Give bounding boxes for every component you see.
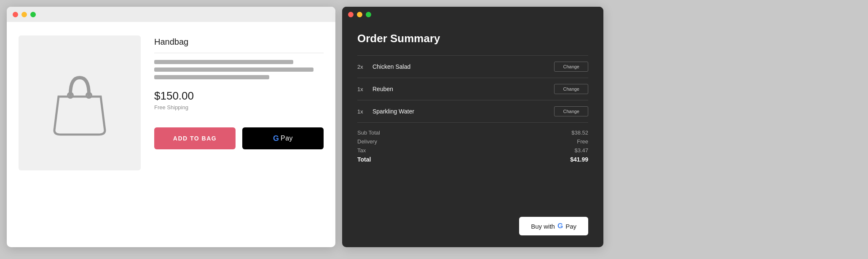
order-item-qty: 1x — [357, 108, 372, 115]
subtotal-row: Sub Total $38.52 — [357, 130, 588, 136]
gpay-g-icon: G — [273, 134, 279, 143]
delivery-label: Delivery — [357, 138, 377, 145]
order-item-qty: 1x — [357, 86, 372, 92]
change-button-0[interactable]: Change — [554, 62, 588, 72]
gpay-label: G Pay — [273, 134, 293, 143]
total-value: $41.99 — [570, 156, 588, 163]
tax-label: Tax — [357, 147, 366, 154]
titlebar-left — [7, 7, 335, 22]
desc-line-1 — [154, 60, 293, 64]
order-item-name: Reuben — [372, 86, 554, 92]
product-image-area — [19, 35, 141, 170]
total-row: Total $41.99 — [357, 156, 588, 163]
handbag-icon — [46, 65, 113, 141]
product-price: $150.00 — [154, 89, 324, 103]
delivery-row: Delivery Free — [357, 138, 588, 145]
fullscreen-dot[interactable] — [30, 12, 36, 17]
order-summary-title: Order Summary — [357, 32, 588, 45]
titlebar-right — [342, 7, 603, 22]
order-item-row: 1x Sparkling Water Change — [357, 100, 588, 123]
order-item-name: Chicken Salad — [372, 63, 554, 70]
order-item-name: Sparkling Water — [372, 108, 554, 115]
pay-text: Pay — [565, 223, 576, 230]
change-button-2[interactable]: Change — [554, 106, 588, 116]
product-shipping: Free Shipping — [154, 104, 324, 111]
subtotal-label: Sub Total — [357, 130, 380, 136]
buy-with-text: Buy with — [531, 223, 555, 230]
product-window: Handbag $150.00 Free Shipping ADD TO BAG… — [7, 7, 335, 247]
order-summary-section: Sub Total $38.52 Delivery Free Tax $3.47… — [357, 130, 588, 163]
order-item-row: 2x Chicken Salad Change — [357, 56, 588, 78]
delivery-value: Free — [577, 138, 588, 145]
minimize-dot[interactable] — [21, 12, 27, 17]
desc-line-2 — [154, 67, 313, 72]
desc-line-3 — [154, 75, 269, 79]
fullscreen-dot-right[interactable] — [366, 12, 371, 17]
order-item-row: 1x Reuben Change — [357, 78, 588, 100]
gpay-button[interactable]: G Pay — [242, 127, 324, 149]
close-dot-right[interactable] — [348, 12, 354, 17]
product-content: Handbag $150.00 Free Shipping ADD TO BAG… — [7, 22, 335, 247]
order-item-qty: 2x — [357, 64, 372, 70]
minimize-dot-right[interactable] — [357, 12, 362, 17]
product-description — [154, 60, 324, 79]
total-label: Total — [357, 156, 371, 163]
order-window: Order Summary 2x Chicken Salad Change 1x… — [342, 7, 603, 247]
buy-with-gpay-button[interactable]: Buy with G Pay — [519, 217, 588, 235]
gpay-text: Pay — [281, 135, 293, 142]
add-to-bag-button[interactable]: ADD TO BAG — [154, 127, 236, 149]
close-dot[interactable] — [13, 12, 18, 17]
tax-value: $3.47 — [574, 147, 588, 154]
change-button-1[interactable]: Change — [554, 84, 588, 94]
product-title: Handbag — [154, 37, 324, 53]
subtotal-value: $38.52 — [571, 130, 588, 136]
gpay-logo-inline: G — [557, 222, 563, 230]
product-details: Handbag $150.00 Free Shipping ADD TO BAG… — [154, 35, 324, 234]
order-content: Order Summary 2x Chicken Salad Change 1x… — [342, 22, 603, 247]
tax-row: Tax $3.47 — [357, 147, 588, 154]
product-actions: ADD TO BAG G Pay — [154, 127, 324, 149]
